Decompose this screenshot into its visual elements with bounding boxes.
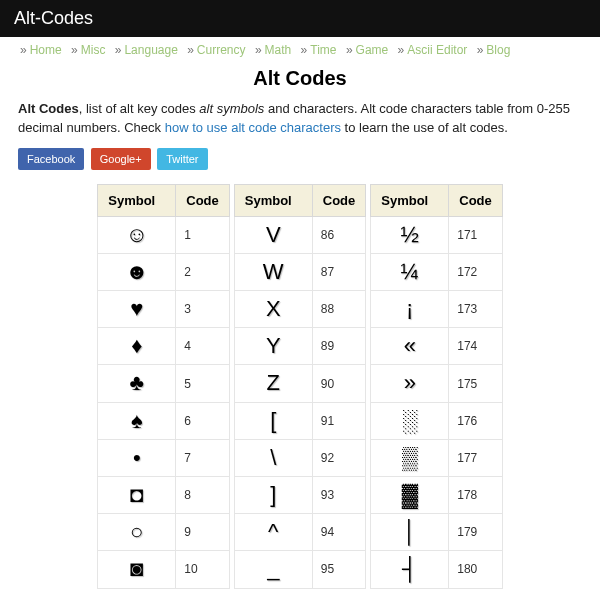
table-row: [91: [234, 402, 366, 439]
code-value: 174: [449, 328, 503, 365]
code-value: 91: [312, 402, 366, 439]
nav-link-language[interactable]: Language: [124, 43, 177, 57]
nav-separator: »: [477, 43, 484, 57]
table-row: _95: [234, 551, 366, 588]
col-header-code: Code: [312, 184, 366, 216]
table-row: ☺1: [98, 216, 230, 253]
nav-separator: »: [301, 43, 308, 57]
code-value: 86: [312, 216, 366, 253]
symbol-inv-exclam: ¡: [371, 291, 449, 328]
symbol-half: ½: [371, 216, 449, 253]
table-row: Y89: [234, 328, 366, 365]
code-value: 5: [176, 365, 230, 402]
nav-link-math[interactable]: Math: [265, 43, 292, 57]
code-value: 93: [312, 477, 366, 514]
symbol-heart: ♥: [98, 291, 176, 328]
code-value: 92: [312, 439, 366, 476]
symbol-guillemet-right: »: [371, 365, 449, 402]
nav-link-misc[interactable]: Misc: [81, 43, 106, 57]
facebook-button[interactable]: Facebook: [18, 148, 84, 170]
code-value: 6: [176, 402, 230, 439]
code-value: 178: [449, 477, 503, 514]
alt-code-table-column: SymbolCode½171¼172¡173«174»175░176▒177▓1…: [370, 184, 503, 589]
symbol-circle: ○: [98, 514, 176, 551]
col-header-symbol: Symbol: [234, 184, 312, 216]
symbol-diamond: ♦: [98, 328, 176, 365]
code-value: 4: [176, 328, 230, 365]
twitter-button[interactable]: Twitter: [157, 148, 207, 170]
site-title: Alt-Codes: [14, 8, 93, 28]
code-value: 177: [449, 439, 503, 476]
table-row: ◙10: [98, 551, 230, 588]
symbol-shade-light: ░: [371, 402, 449, 439]
nav-link-game[interactable]: Game: [356, 43, 389, 57]
nav-link-blog[interactable]: Blog: [486, 43, 510, 57]
symbol-shade-medium: ▒: [371, 439, 449, 476]
symbol-bullet: •: [98, 439, 176, 476]
table-row: V86: [234, 216, 366, 253]
nav-link-home[interactable]: Home: [30, 43, 62, 57]
nav-link-time[interactable]: Time: [310, 43, 336, 57]
code-value: 173: [449, 291, 503, 328]
nav-separator: »: [20, 43, 27, 57]
code-value: 172: [449, 253, 503, 290]
table-row: ░176: [371, 402, 503, 439]
intro-link[interactable]: how to use alt code characters: [165, 120, 341, 135]
table-row: •7: [98, 439, 230, 476]
symbol-underscore: _: [234, 551, 312, 588]
nav-separator: »: [398, 43, 405, 57]
symbol-inverse-circle: ◙: [98, 551, 176, 588]
alt-code-table-column: SymbolCodeV86W87X88Y89Z90[91\92]93^94_95: [234, 184, 367, 589]
page-title: Alt Codes: [0, 67, 600, 90]
symbol-letter-w: W: [234, 253, 312, 290]
code-value: 7: [176, 439, 230, 476]
table-row: ]93: [234, 477, 366, 514]
symbol-quarter: ¼: [371, 253, 449, 290]
symbol-smile-outline: ☺: [98, 216, 176, 253]
table-row: ▒177: [371, 439, 503, 476]
code-value: 9: [176, 514, 230, 551]
table-row: »175: [371, 365, 503, 402]
intro-paragraph: Alt Codes, list of alt key codes alt sym…: [0, 100, 600, 148]
nav-separator: »: [187, 43, 194, 57]
col-header-symbol: Symbol: [98, 184, 176, 216]
table-row: ○9: [98, 514, 230, 551]
symbol-guillemet-left: «: [371, 328, 449, 365]
table-row: ▓178: [371, 477, 503, 514]
col-header-code: Code: [176, 184, 230, 216]
table-row: ♥3: [98, 291, 230, 328]
nav-separator: »: [115, 43, 122, 57]
code-value: 3: [176, 291, 230, 328]
alt-codes-tables: SymbolCode☺1☻2♥3♦4♣5♠6•7◘8○9◙10SymbolCod…: [0, 184, 600, 589]
table-row: ◘8: [98, 477, 230, 514]
col-header-symbol: Symbol: [371, 184, 449, 216]
nav-separator: »: [346, 43, 353, 57]
breadcrumb-nav: »Home »Misc »Language »Currency »Math »T…: [0, 37, 600, 63]
googleplus-button[interactable]: Google+: [91, 148, 151, 170]
symbol-box-vert-left: ┤: [371, 551, 449, 588]
nav-separator: »: [255, 43, 262, 57]
code-value: 180: [449, 551, 503, 588]
code-value: 1: [176, 216, 230, 253]
table-row: ½171: [371, 216, 503, 253]
nav-link-currency[interactable]: Currency: [197, 43, 246, 57]
table-row: \92: [234, 439, 366, 476]
table-row: ^94: [234, 514, 366, 551]
share-bar: Facebook Google+ Twitter: [0, 148, 600, 184]
nav-link-ascii-editor[interactable]: Ascii Editor: [407, 43, 467, 57]
intro-text: to learn the use of alt codes.: [341, 120, 508, 135]
symbol-bracket-left: [: [234, 402, 312, 439]
code-value: 89: [312, 328, 366, 365]
table-row: W87: [234, 253, 366, 290]
table-row: ♠6: [98, 402, 230, 439]
code-value: 176: [449, 402, 503, 439]
table-row: ¡173: [371, 291, 503, 328]
symbol-caret: ^: [234, 514, 312, 551]
code-value: 90: [312, 365, 366, 402]
symbol-spade: ♠: [98, 402, 176, 439]
symbol-letter-v: V: [234, 216, 312, 253]
site-header: Alt-Codes: [0, 0, 600, 37]
table-row: ¼172: [371, 253, 503, 290]
table-row: Z90: [234, 365, 366, 402]
code-value: 87: [312, 253, 366, 290]
